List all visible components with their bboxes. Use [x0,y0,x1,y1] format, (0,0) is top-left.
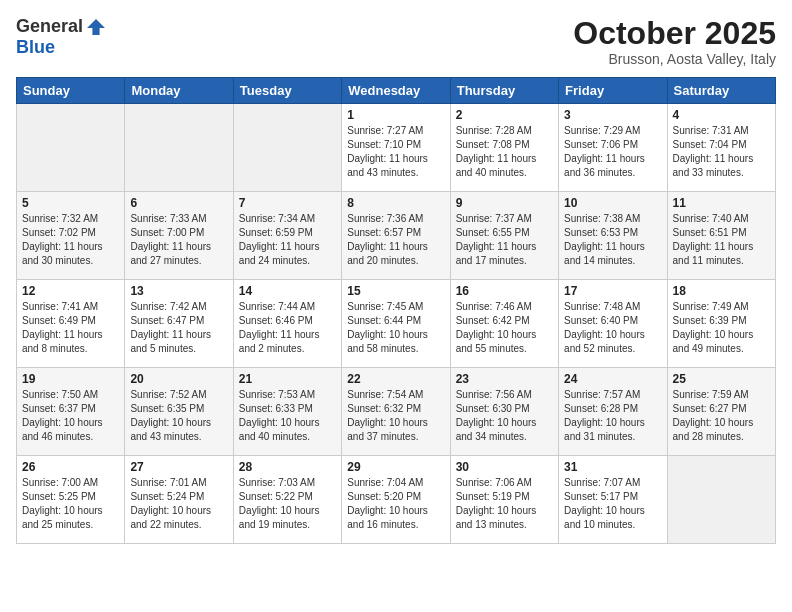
day-number: 2 [456,108,553,122]
svg-marker-0 [87,18,105,34]
day-number: 18 [673,284,770,298]
location: Brusson, Aosta Valley, Italy [573,51,776,67]
calendar-week-5: 26Sunrise: 7:00 AMSunset: 5:25 PMDayligh… [17,456,776,544]
day-info: Sunrise: 7:57 AMSunset: 6:28 PMDaylight:… [564,388,661,444]
day-info: Sunrise: 7:01 AMSunset: 5:24 PMDaylight:… [130,476,227,532]
calendar-body: 1Sunrise: 7:27 AMSunset: 7:10 PMDaylight… [17,104,776,544]
day-info: Sunrise: 7:34 AMSunset: 6:59 PMDaylight:… [239,212,336,268]
day-number: 29 [347,460,444,474]
day-number: 10 [564,196,661,210]
calendar-cell: 28Sunrise: 7:03 AMSunset: 5:22 PMDayligh… [233,456,341,544]
logo-icon [87,18,105,36]
calendar-cell: 7Sunrise: 7:34 AMSunset: 6:59 PMDaylight… [233,192,341,280]
day-info: Sunrise: 7:29 AMSunset: 7:06 PMDaylight:… [564,124,661,180]
calendar-cell: 24Sunrise: 7:57 AMSunset: 6:28 PMDayligh… [559,368,667,456]
day-number: 1 [347,108,444,122]
calendar-cell: 21Sunrise: 7:53 AMSunset: 6:33 PMDayligh… [233,368,341,456]
day-info: Sunrise: 7:37 AMSunset: 6:55 PMDaylight:… [456,212,553,268]
calendar-cell: 4Sunrise: 7:31 AMSunset: 7:04 PMDaylight… [667,104,775,192]
logo-general-text: General [16,16,83,37]
calendar-cell [233,104,341,192]
day-number: 20 [130,372,227,386]
day-number: 19 [22,372,119,386]
calendar-cell: 5Sunrise: 7:32 AMSunset: 7:02 PMDaylight… [17,192,125,280]
day-number: 15 [347,284,444,298]
calendar-cell: 11Sunrise: 7:40 AMSunset: 6:51 PMDayligh… [667,192,775,280]
calendar-cell: 27Sunrise: 7:01 AMSunset: 5:24 PMDayligh… [125,456,233,544]
calendar-cell: 22Sunrise: 7:54 AMSunset: 6:32 PMDayligh… [342,368,450,456]
day-number: 30 [456,460,553,474]
day-info: Sunrise: 7:00 AMSunset: 5:25 PMDaylight:… [22,476,119,532]
header-thursday: Thursday [450,78,558,104]
header-sunday: Sunday [17,78,125,104]
header-saturday: Saturday [667,78,775,104]
day-info: Sunrise: 7:45 AMSunset: 6:44 PMDaylight:… [347,300,444,356]
calendar-cell: 12Sunrise: 7:41 AMSunset: 6:49 PMDayligh… [17,280,125,368]
day-info: Sunrise: 7:54 AMSunset: 6:32 PMDaylight:… [347,388,444,444]
header-friday: Friday [559,78,667,104]
day-number: 22 [347,372,444,386]
logo: General Blue [16,16,105,58]
calendar-cell: 1Sunrise: 7:27 AMSunset: 7:10 PMDaylight… [342,104,450,192]
day-info: Sunrise: 7:50 AMSunset: 6:37 PMDaylight:… [22,388,119,444]
day-number: 7 [239,196,336,210]
day-number: 24 [564,372,661,386]
day-info: Sunrise: 7:44 AMSunset: 6:46 PMDaylight:… [239,300,336,356]
day-info: Sunrise: 7:53 AMSunset: 6:33 PMDaylight:… [239,388,336,444]
calendar-week-4: 19Sunrise: 7:50 AMSunset: 6:37 PMDayligh… [17,368,776,456]
day-number: 13 [130,284,227,298]
calendar-cell: 26Sunrise: 7:00 AMSunset: 5:25 PMDayligh… [17,456,125,544]
calendar-cell: 19Sunrise: 7:50 AMSunset: 6:37 PMDayligh… [17,368,125,456]
day-number: 27 [130,460,227,474]
calendar-cell [17,104,125,192]
calendar-week-3: 12Sunrise: 7:41 AMSunset: 6:49 PMDayligh… [17,280,776,368]
day-info: Sunrise: 7:32 AMSunset: 7:02 PMDaylight:… [22,212,119,268]
calendar-header: Sunday Monday Tuesday Wednesday Thursday… [17,78,776,104]
day-info: Sunrise: 7:03 AMSunset: 5:22 PMDaylight:… [239,476,336,532]
month-title: October 2025 [573,16,776,51]
day-info: Sunrise: 7:56 AMSunset: 6:30 PMDaylight:… [456,388,553,444]
day-info: Sunrise: 7:41 AMSunset: 6:49 PMDaylight:… [22,300,119,356]
day-number: 17 [564,284,661,298]
day-number: 8 [347,196,444,210]
calendar-cell: 18Sunrise: 7:49 AMSunset: 6:39 PMDayligh… [667,280,775,368]
day-number: 4 [673,108,770,122]
header-wednesday: Wednesday [342,78,450,104]
day-number: 5 [22,196,119,210]
day-info: Sunrise: 7:27 AMSunset: 7:10 PMDaylight:… [347,124,444,180]
calendar-cell: 3Sunrise: 7:29 AMSunset: 7:06 PMDaylight… [559,104,667,192]
day-info: Sunrise: 7:06 AMSunset: 5:19 PMDaylight:… [456,476,553,532]
header-tuesday: Tuesday [233,78,341,104]
calendar-cell [667,456,775,544]
calendar-cell: 9Sunrise: 7:37 AMSunset: 6:55 PMDaylight… [450,192,558,280]
calendar-cell: 29Sunrise: 7:04 AMSunset: 5:20 PMDayligh… [342,456,450,544]
title-area: October 2025 Brusson, Aosta Valley, Ital… [573,16,776,67]
day-info: Sunrise: 7:52 AMSunset: 6:35 PMDaylight:… [130,388,227,444]
day-info: Sunrise: 7:38 AMSunset: 6:53 PMDaylight:… [564,212,661,268]
calendar-week-1: 1Sunrise: 7:27 AMSunset: 7:10 PMDaylight… [17,104,776,192]
calendar-cell: 10Sunrise: 7:38 AMSunset: 6:53 PMDayligh… [559,192,667,280]
day-number: 11 [673,196,770,210]
calendar-cell: 6Sunrise: 7:33 AMSunset: 7:00 PMDaylight… [125,192,233,280]
calendar-cell: 30Sunrise: 7:06 AMSunset: 5:19 PMDayligh… [450,456,558,544]
calendar-cell: 14Sunrise: 7:44 AMSunset: 6:46 PMDayligh… [233,280,341,368]
calendar-week-2: 5Sunrise: 7:32 AMSunset: 7:02 PMDaylight… [17,192,776,280]
day-info: Sunrise: 7:49 AMSunset: 6:39 PMDaylight:… [673,300,770,356]
day-number: 25 [673,372,770,386]
calendar-cell [125,104,233,192]
day-info: Sunrise: 7:07 AMSunset: 5:17 PMDaylight:… [564,476,661,532]
day-number: 9 [456,196,553,210]
day-info: Sunrise: 7:46 AMSunset: 6:42 PMDaylight:… [456,300,553,356]
day-info: Sunrise: 7:33 AMSunset: 7:00 PMDaylight:… [130,212,227,268]
day-number: 28 [239,460,336,474]
calendar-cell: 16Sunrise: 7:46 AMSunset: 6:42 PMDayligh… [450,280,558,368]
day-info: Sunrise: 7:04 AMSunset: 5:20 PMDaylight:… [347,476,444,532]
day-number: 23 [456,372,553,386]
calendar-cell: 20Sunrise: 7:52 AMSunset: 6:35 PMDayligh… [125,368,233,456]
day-info: Sunrise: 7:31 AMSunset: 7:04 PMDaylight:… [673,124,770,180]
day-info: Sunrise: 7:28 AMSunset: 7:08 PMDaylight:… [456,124,553,180]
calendar-cell: 15Sunrise: 7:45 AMSunset: 6:44 PMDayligh… [342,280,450,368]
calendar-cell: 31Sunrise: 7:07 AMSunset: 5:17 PMDayligh… [559,456,667,544]
calendar-cell: 17Sunrise: 7:48 AMSunset: 6:40 PMDayligh… [559,280,667,368]
day-info: Sunrise: 7:59 AMSunset: 6:27 PMDaylight:… [673,388,770,444]
